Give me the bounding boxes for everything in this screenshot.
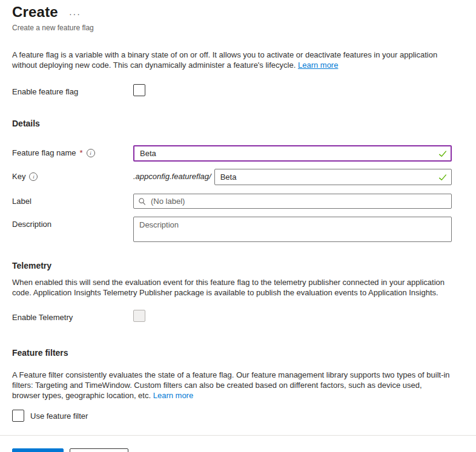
- feature-filters-section-heading: Feature filters: [12, 348, 452, 358]
- key-row: Key i .appconfig.featureflag/: [12, 169, 452, 185]
- enable-telemetry-label: Enable Telemetry: [12, 310, 133, 322]
- intro-text: A feature flag is a variable with a bina…: [12, 50, 437, 70]
- create-feature-flag-panel: Create ··· Create a new feature flag A f…: [0, 0, 476, 422]
- feature-filters-learn-more-link[interactable]: Learn more: [153, 391, 193, 400]
- label-field-label: Label: [12, 194, 133, 206]
- key-label: Key: [12, 172, 25, 181]
- intro-paragraph: A feature flag is a variable with a bina…: [12, 50, 452, 70]
- info-icon[interactable]: i: [87, 149, 95, 157]
- feature-flag-name-row: Feature flag name * i: [12, 145, 452, 162]
- description-row: Description: [12, 217, 452, 242]
- footer-actions: Apply Discard: [0, 436, 476, 452]
- apply-button[interactable]: Apply: [12, 448, 64, 452]
- use-feature-filter-row: Use feature filter: [12, 410, 452, 422]
- label-row: Label: [12, 194, 452, 209]
- feature-flag-name-input[interactable]: [133, 145, 452, 162]
- key-input[interactable]: [214, 169, 452, 185]
- intro-learn-more-link[interactable]: Learn more: [298, 61, 338, 70]
- search-icon: [138, 197, 146, 205]
- page-title: Create: [12, 4, 58, 21]
- telemetry-section-heading: Telemetry: [12, 261, 452, 270]
- valid-checkmark-icon: [438, 173, 447, 182]
- feature-filters-text: A Feature filter consistently evaluates …: [12, 370, 450, 400]
- key-prefix: .appconfig.featureflag/: [133, 169, 214, 181]
- enable-feature-flag-checkbox[interactable]: [133, 84, 145, 96]
- page-subtitle: Create a new feature flag: [12, 24, 452, 32]
- valid-checkmark-icon: [438, 149, 447, 158]
- telemetry-paragraph: When enabled this will send the evaluati…: [12, 277, 452, 298]
- enable-feature-flag-row: Enable feature flag: [12, 84, 452, 96]
- info-icon[interactable]: i: [29, 172, 38, 181]
- feature-flag-name-label: Feature flag name: [12, 148, 76, 157]
- enable-feature-flag-label: Enable feature flag: [12, 84, 133, 96]
- use-feature-filter-checkbox[interactable]: [12, 410, 24, 422]
- panel-header: Create ··· Create a new feature flag: [12, 0, 452, 32]
- use-feature-filter-label: Use feature filter: [30, 411, 88, 421]
- required-asterisk: *: [80, 148, 83, 157]
- label-search-input[interactable]: [133, 194, 452, 209]
- enable-telemetry-checkbox: [133, 310, 145, 322]
- description-textarea[interactable]: [133, 217, 452, 242]
- discard-button[interactable]: Discard: [70, 448, 128, 452]
- description-label: Description: [12, 217, 133, 229]
- more-options-icon[interactable]: ···: [69, 6, 81, 18]
- enable-telemetry-row: Enable Telemetry: [12, 310, 452, 322]
- details-section-heading: Details: [12, 119, 452, 128]
- feature-filters-paragraph: A Feature filter consistently evaluates …: [12, 370, 452, 401]
